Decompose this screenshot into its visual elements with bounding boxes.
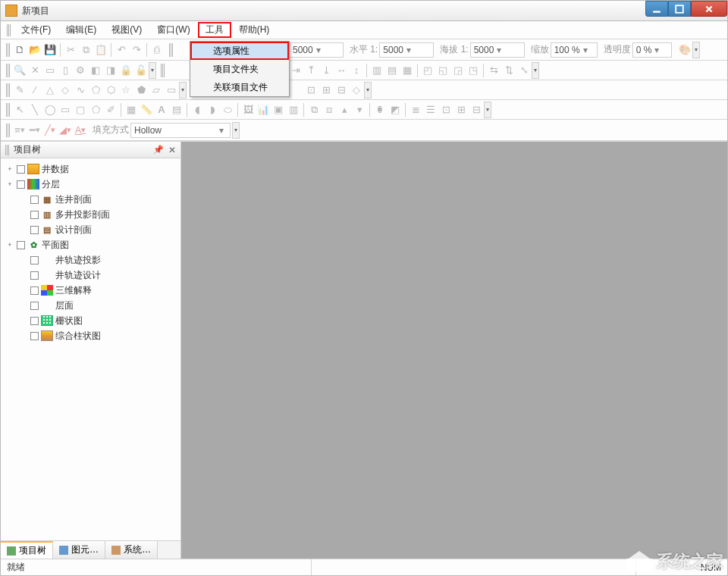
dropdown-item-options[interactable]: 选项属性	[190, 42, 289, 60]
pointer-icon[interactable]: ↖	[13, 103, 27, 117]
group-icon[interactable]: ⧉	[307, 103, 321, 117]
tool-icon[interactable]: ▭	[43, 64, 57, 77]
tree-expand-icon[interactable]: +	[5, 180, 14, 188]
toolbar-overflow-icon[interactable]: ▾	[149, 62, 156, 79]
tree-checkbox[interactable]	[30, 196, 39, 204]
tree-checkbox[interactable]	[30, 256, 39, 265]
tool-icon[interactable]: ▣	[271, 103, 285, 117]
image-icon[interactable]: 🖼	[241, 103, 255, 117]
size-icon[interactable]: ⇅	[502, 64, 516, 77]
pencil-icon[interactable]: ✎	[13, 83, 27, 97]
tree-checkbox[interactable]	[30, 317, 39, 325]
arrange-icon[interactable]: ◰	[421, 64, 435, 77]
chart-icon[interactable]: 📊	[256, 103, 270, 117]
shape-icon[interactable]: ◇	[58, 83, 72, 97]
fill-color-icon[interactable]: ◢▾	[58, 124, 72, 137]
tree-item[interactable]: +分层	[2, 177, 179, 192]
tool-icon[interactable]: ▥	[287, 103, 300, 117]
close-button[interactable]	[691, 1, 727, 17]
sidebar-tab-project-tree[interactable]: 项目树	[1, 541, 53, 559]
horizontal-scale-combo[interactable]: 5000▾	[379, 42, 434, 58]
scale-combo[interactable]: 5000▾	[289, 42, 344, 58]
redo-icon[interactable]: ↷	[130, 43, 143, 57]
line-color-icon[interactable]: ╱▾	[43, 124, 57, 137]
palette-icon[interactable]: 🎨	[678, 43, 692, 57]
line-icon[interactable]: ∕	[28, 83, 42, 97]
tree-item[interactable]: +✿平面图	[2, 237, 179, 252]
align-icon[interactable]: ⤒	[304, 64, 318, 77]
node-icon[interactable]: ⊡	[304, 83, 318, 97]
align-icon[interactable]: ↕	[350, 64, 363, 77]
line-weight-icon[interactable]: ━▾	[28, 124, 42, 137]
tree-checkbox[interactable]	[30, 332, 39, 340]
tool-icon[interactable]: ◧	[89, 64, 102, 77]
grid-icon[interactable]: ▦	[124, 103, 138, 117]
polyline-tool-icon[interactable]: ✐	[104, 103, 118, 117]
unlock-icon[interactable]: 🔓	[134, 64, 148, 77]
layer-icon[interactable]: ⊟	[469, 103, 483, 117]
tool-icon[interactable]: ◨	[104, 64, 118, 77]
clip-icon[interactable]: ⧯	[373, 103, 387, 117]
shape-icon[interactable]: △	[43, 83, 57, 97]
tree-checkbox[interactable]	[30, 211, 39, 219]
size-icon[interactable]: ⇆	[487, 64, 500, 77]
minimize-button[interactable]	[645, 1, 668, 17]
tree-item[interactable]: ▦连井剖面	[2, 192, 179, 207]
tree-expand-icon[interactable]: +	[5, 165, 14, 173]
open-file-icon[interactable]: 📂	[28, 43, 42, 57]
tree-item[interactable]: 井轨迹设计	[2, 268, 179, 283]
toolbar-overflow-icon[interactable]: ▾	[364, 82, 372, 99]
layer-icon[interactable]: ≣	[409, 103, 422, 117]
shape-icon[interactable]: ⬡	[104, 83, 118, 97]
zoom-tool-icon[interactable]: 🔍	[13, 64, 27, 77]
ellipse-tool-icon[interactable]: ◯	[43, 103, 57, 117]
distribute-icon[interactable]: ▤	[385, 64, 399, 77]
text-icon[interactable]: A	[155, 103, 168, 117]
sidebar-close-icon[interactable]: ✕	[168, 145, 176, 155]
tree-checkbox[interactable]	[17, 241, 25, 249]
node-icon[interactable]: ⊞	[319, 83, 333, 97]
tool-icon[interactable]: ▯	[58, 64, 72, 77]
menu-edit[interactable]: 编辑(E)	[58, 22, 104, 38]
size-icon[interactable]: ⤡	[517, 64, 531, 77]
tree-item[interactable]: 栅状图	[2, 313, 179, 328]
layer-icon[interactable]: ☰	[424, 103, 438, 117]
tree-checkbox[interactable]	[30, 271, 39, 280]
arrange-icon[interactable]: ◳	[466, 64, 480, 77]
ungroup-icon[interactable]: ⧈	[322, 103, 336, 117]
copy-icon[interactable]: ⧉	[79, 43, 93, 57]
distribute-icon[interactable]: ▥	[370, 64, 384, 77]
toolbar-overflow-icon[interactable]: ▾	[532, 62, 539, 79]
canvas-area[interactable]	[181, 142, 727, 559]
sidebar-tab-elements[interactable]: 图元…	[53, 541, 105, 559]
toolbar-overflow-icon[interactable]: ▾	[179, 82, 187, 99]
menu-view[interactable]: 视图(V)	[104, 22, 149, 38]
opacity-combo[interactable]: 0 %▾	[632, 42, 672, 58]
align-icon[interactable]: ⇥	[289, 64, 303, 77]
gear-icon[interactable]: ⚙	[74, 64, 87, 77]
arrange-icon[interactable]: ◱	[436, 64, 450, 77]
node-icon[interactable]: ◇	[350, 83, 363, 97]
layer-icon[interactable]: ⊡	[439, 103, 453, 117]
line-style-icon[interactable]: ≡▾	[13, 124, 27, 137]
tree-expand-icon[interactable]: +	[5, 241, 14, 249]
dropdown-item-link-file[interactable]: 关联项目文件	[190, 78, 289, 96]
tree-item[interactable]: 三维解释	[2, 283, 179, 298]
table-icon[interactable]: ▤	[170, 103, 184, 117]
rect-tool-icon[interactable]: ▭	[58, 103, 72, 117]
shape-icon[interactable]: ▭	[165, 83, 178, 97]
node-icon[interactable]: ⊟	[334, 83, 348, 97]
menu-window[interactable]: 窗口(W)	[149, 22, 197, 38]
font-color-icon[interactable]: A▾	[74, 124, 87, 137]
tree-item[interactable]: +井数据	[2, 161, 179, 177]
zoom-combo[interactable]: 100 %▾	[551, 42, 598, 58]
project-tree[interactable]: +井数据+分层▦连井剖面▥多井投影剖面▤设计剖面+✿平面图井轨迹投影井轨迹设计三…	[1, 158, 180, 540]
curve-icon[interactable]: ∿	[74, 83, 87, 97]
save-icon[interactable]: 💾	[43, 43, 57, 57]
order-icon[interactable]: ▾	[353, 103, 366, 117]
layer-icon[interactable]: ⊞	[454, 103, 468, 117]
menu-file[interactable]: 文件(F)	[14, 22, 58, 38]
pin-icon[interactable]: 📌	[153, 145, 164, 155]
fill-style-combo[interactable]: Hollow▾	[130, 123, 231, 138]
toolbar-overflow-icon[interactable]: ▾	[232, 122, 240, 139]
